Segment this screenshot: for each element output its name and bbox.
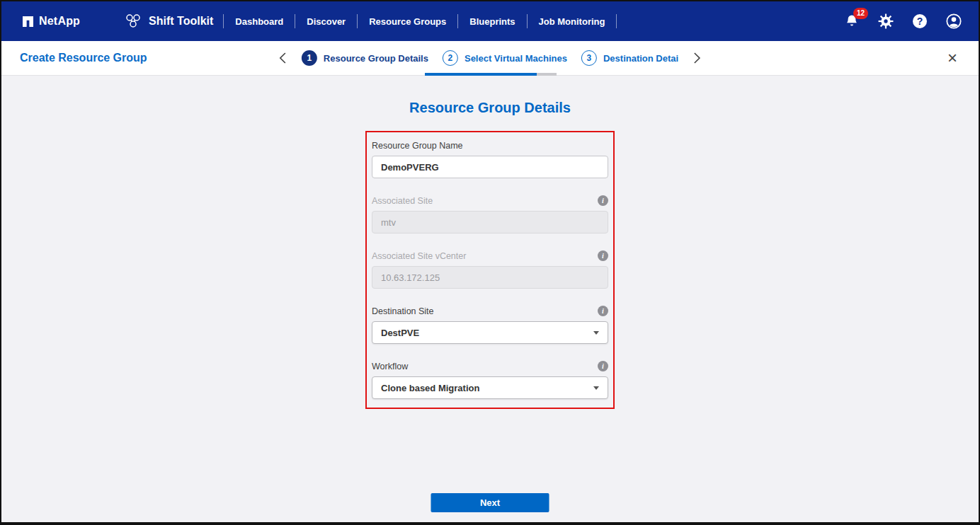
field-label: Destination Site (372, 306, 434, 316)
stepper-prev-chevron-icon[interactable] (279, 52, 287, 64)
field-label: Resource Group Name (372, 141, 463, 151)
nav-divider (527, 14, 528, 28)
netapp-brand: NetApp (23, 15, 80, 28)
form-highlight-annotation: Resource Group Name Associated Site i As… (365, 131, 615, 409)
app-name: Shift Toolkit (149, 15, 213, 28)
step-select-virtual-machines[interactable]: 2 Select Virtual Machines (443, 50, 567, 66)
step-destination-details[interactable]: 3 Destination Detai (581, 50, 678, 66)
top-navigation: NetApp Shift Toolkit Dashboard Discover … (1, 1, 979, 41)
nav-item-resource-groups[interactable]: Resource Groups (368, 13, 448, 30)
field-associated-site-vcenter: Associated Site vCenter i (372, 250, 608, 289)
info-icon[interactable]: i (598, 250, 608, 261)
help-icon: ? (913, 14, 927, 28)
form-title: Resource Group Details (1, 100, 979, 116)
nav-item-dashboard[interactable]: Dashboard (234, 13, 285, 30)
user-account-button[interactable] (945, 12, 963, 30)
nav-item-discover[interactable]: Discover (305, 13, 347, 30)
select-value: DestPVE (381, 328, 419, 338)
nav-item-job-monitoring[interactable]: Job Monitoring (537, 13, 607, 30)
field-workflow: Workflow i Clone based Migration (372, 361, 608, 399)
shift-toolkit-brand: Shift Toolkit (124, 13, 213, 30)
gear-icon (878, 13, 894, 29)
user-avatar-icon (946, 13, 962, 29)
settings-button[interactable] (877, 12, 895, 30)
stepper-next-chevron-icon[interactable] (693, 52, 701, 64)
chevron-down-icon (593, 331, 599, 335)
nav-divider (616, 14, 617, 28)
notification-badge: 12 (853, 8, 868, 19)
wizard-body: Resource Group Details Resource Group Na… (1, 76, 979, 522)
step-label: Select Virtual Machines (465, 53, 567, 64)
step-label: Resource Group Details (324, 53, 428, 64)
nav-divider (457, 14, 458, 28)
field-destination-site: Destination Site i DestPVE (372, 306, 608, 344)
select-value: Clone based Migration (381, 383, 479, 393)
chevron-down-icon (593, 386, 599, 390)
associated-site-vcenter-input (372, 266, 608, 289)
help-button[interactable]: ? (911, 12, 929, 30)
step-number: 3 (581, 50, 597, 66)
nav-item-blueprints[interactable]: Blueprints (468, 13, 516, 30)
header-actions: 12 (843, 12, 963, 30)
resource-group-name-input[interactable] (372, 156, 608, 178)
info-icon[interactable]: i (598, 306, 608, 316)
step-number: 1 (302, 50, 317, 66)
field-label: Workflow (372, 362, 408, 371)
field-label: Associated Site vCenter (372, 251, 466, 261)
nav-divider (223, 14, 224, 28)
nav-divider (357, 14, 358, 28)
nav-divider (295, 14, 295, 28)
step-resource-group-details[interactable]: 1 Resource Group Details (302, 50, 428, 66)
field-label: Associated Site (372, 196, 433, 206)
associated-site-input (372, 211, 608, 233)
shift-toolkit-icon (124, 13, 142, 30)
field-resource-group-name: Resource Group Name (372, 140, 608, 178)
destination-site-select[interactable]: DestPVE (372, 321, 608, 344)
wizard-stepper: 1 Resource Group Details 2 Select Virtua… (279, 41, 701, 75)
page-title: Create Resource Group (20, 52, 147, 64)
netapp-logo-icon (23, 16, 33, 27)
next-button[interactable]: Next (431, 493, 549, 512)
field-associated-site: Associated Site i (372, 195, 608, 233)
info-icon[interactable]: i (598, 195, 608, 206)
step-number: 2 (443, 50, 458, 66)
wizard-header: Create Resource Group 1 Resource Group D… (1, 41, 979, 76)
page: NetApp Shift Toolkit Dashboard Discover … (0, 0, 980, 525)
info-icon[interactable]: i (598, 361, 608, 371)
notifications-button[interactable]: 12 (843, 12, 861, 30)
step-label: Destination Detai (603, 53, 678, 64)
main-nav: Dashboard Discover Resource Groups Bluep… (234, 13, 627, 30)
brand-name: NetApp (39, 15, 80, 28)
close-icon[interactable]: × (945, 50, 960, 67)
workflow-select[interactable]: Clone based Migration (372, 376, 608, 399)
